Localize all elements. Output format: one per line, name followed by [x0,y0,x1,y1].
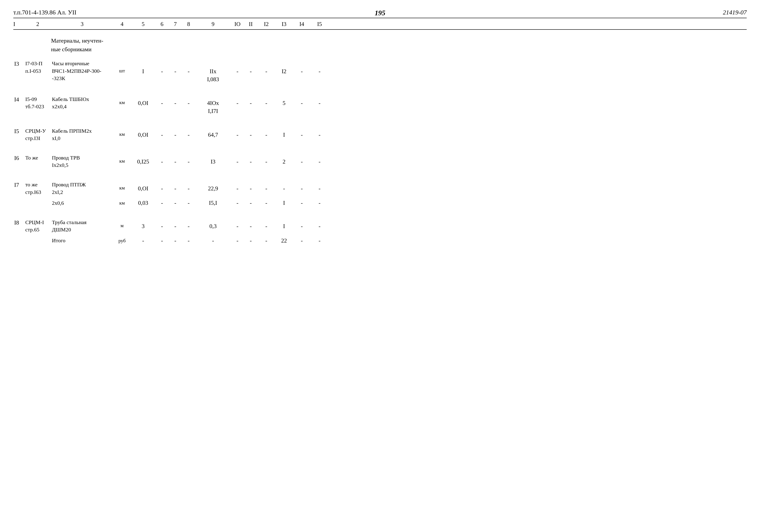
row-id: I4 [13,95,24,104]
row-id: I6 [13,154,24,163]
table-row: I5 СРЦМ-У стр.I3I Кабель ПРПIМ2х хI,0 км… [13,126,747,144]
col-header-11: II [244,21,258,27]
header-right: 21419-07 [723,9,747,16]
table-body: Материалы, неучтен- ные сборниками I3 I7… [13,30,747,246]
itogo-row: Итого руб - - - - - - - - 22 - - [13,235,747,246]
col-header-12: I2 [258,21,275,27]
col-header-6: 6 [155,21,168,27]
col-header-4: 4 [113,21,131,27]
table-row: I3 I7-03-П п.I-053 Часы вторичные ВЧС1-М… [13,58,747,85]
row-id: I3 [13,60,24,68]
col-header-13: I3 [275,21,293,27]
col-header-15: I5 [311,21,328,27]
column-headers: I 2 3 4 5 6 7 8 9 IO II I2 I3 I4 I5 [13,18,747,30]
table-row: I7 то же стр.I63 Провод ПТПЖ 2хI,2 км 0,… [13,179,747,208]
row-id: I8 [13,218,24,227]
header-center: 195 [375,9,385,17]
section-title: Материалы, неучтен- ные сборниками [13,30,747,58]
table-row: I8 СРЦМ-I стр.65 Труба стальная ДШМ20 м … [13,217,747,246]
table-row: I6 То же Провод ТРВ Iх2х0,5 км 0,I25 - -… [13,153,747,171]
col-header-8: 8 [182,21,195,27]
row-id: I7 [13,181,24,190]
header-left: т.п.701-4-139.86 Ал. УII [13,9,76,16]
col-header-9: 9 [195,21,231,27]
col-header-10: IO [231,21,244,27]
col-header-7: 7 [168,21,182,27]
col-header-2: 2 [24,21,51,27]
col-header-14: I4 [293,21,311,27]
row-id: I5 [13,127,24,136]
page-header: т.п.701-4-139.86 Ал. УII 195 21419-07 [13,9,747,18]
col-header-1: I [13,21,24,27]
sub-row: 2х0,6 км 0,03 - - - I5,I - - - I - - [13,198,747,208]
col-header-5: 5 [131,21,155,27]
col-header-3: 3 [51,21,113,27]
table-row: I4 I5-09 тб.7-023 Кабель ТШБIOх х2х0,4 к… [13,94,747,117]
